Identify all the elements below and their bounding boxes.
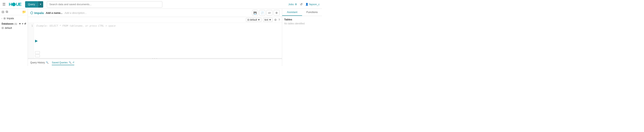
editor-header-actions: 💾 📄 🏷 ⚙ bbox=[252, 10, 280, 16]
sidebar-impala-nav[interactable]: ‹ ⊟ Impala bbox=[2, 16, 26, 20]
navbar: ☰ HUE Query ▼ Jobs ⚙ ↺ 👤 fayson_c bbox=[0, 0, 322, 9]
editor-placeholder: Example: SELECT * FROM tablename, or pre… bbox=[36, 24, 115, 27]
editor-body: 1 Example: SELECT * FROM tablename, or p… bbox=[28, 23, 282, 59]
jobs-icon: ⚙ bbox=[295, 3, 297, 6]
back-arrow-icon: ‹ bbox=[2, 17, 2, 20]
editor-header: ⬡ Impala Add a name... Add a description… bbox=[28, 9, 282, 17]
right-panel-content: Tables No tables identified. bbox=[282, 16, 322, 27]
sidebar-databases-title: Databases (1) ▼ + ↺ bbox=[2, 22, 26, 25]
saved-queries-refresh-icon[interactable]: ↺ bbox=[72, 61, 74, 64]
add-icon[interactable]: + bbox=[22, 22, 23, 25]
editor-side-actions bbox=[35, 51, 40, 57]
line-number-1: 1 bbox=[29, 24, 33, 27]
editor-settings-button[interactable]: ⚙ bbox=[274, 10, 280, 16]
bottom-tabs: Query History 🔍 Saved Queries 🔍 ↺ bbox=[28, 59, 282, 66]
nav-right: Jobs ⚙ ↺ 👤 fayson_c bbox=[288, 3, 320, 6]
save-button[interactable]: 💾 bbox=[252, 10, 258, 16]
tab-functions[interactable]: Functions bbox=[302, 9, 322, 16]
new-file-button[interactable]: 📄 bbox=[259, 10, 265, 16]
copy-icon[interactable]: ⧉ bbox=[6, 10, 8, 14]
type-selector-arrow: ▼ bbox=[269, 18, 271, 21]
tables-section-title: Tables bbox=[284, 18, 320, 21]
assistant-tab-label: Assistant bbox=[287, 11, 298, 14]
jobs-link[interactable]: Jobs ⚙ bbox=[288, 3, 297, 6]
tab-query-history[interactable]: Query History 🔍 bbox=[30, 61, 48, 65]
side-action-btn-1[interactable] bbox=[35, 51, 40, 54]
query-main-button[interactable]: Query bbox=[25, 1, 38, 8]
tag-button[interactable]: 🏷 bbox=[266, 10, 272, 16]
tab-assistant[interactable]: Assistant bbox=[282, 9, 302, 16]
user-icon: 👤 bbox=[305, 3, 308, 6]
type-selector[interactable]: text ▼ bbox=[263, 18, 272, 22]
editor-toolbar: ⊟ default ▼ text ▼ ⚙ ? bbox=[28, 17, 282, 23]
editor-area: ⬡ Impala Add a name... Add a description… bbox=[28, 9, 282, 66]
resize-dots: • • • bbox=[152, 57, 158, 59]
main-layout: ⊟ ⧉ 📁 ‹ ⊟ Impala Databases (1) ▼ + ↺ bbox=[0, 9, 322, 66]
sidebar-top: ⊟ ⧉ 📁 bbox=[0, 9, 28, 15]
editor-desc-placeholder[interactable]: Add a description... bbox=[64, 11, 86, 14]
run-button[interactable]: ▶ bbox=[35, 39, 38, 43]
sidebar-databases-section: Databases (1) ▼ + ↺ ⊟ default bbox=[0, 22, 28, 31]
no-tables-text: No tables identified. bbox=[284, 22, 320, 25]
db-selector-arrow: ▼ bbox=[258, 18, 260, 21]
hamburger-icon[interactable]: ☰ bbox=[2, 2, 6, 7]
side-action-btn-2[interactable] bbox=[35, 54, 40, 57]
db-small-icon: ⊟ bbox=[4, 17, 6, 20]
sidebar-nav: ‹ ⊟ Impala bbox=[0, 15, 28, 22]
toolbar-help-icon[interactable]: ? bbox=[278, 18, 280, 21]
query-history-label: Query History bbox=[30, 61, 45, 64]
db-icon: ⊟ bbox=[2, 26, 4, 29]
user-link[interactable]: 👤 fayson_c bbox=[305, 3, 320, 6]
sidebar-folder-icon[interactable]: 📁 bbox=[22, 10, 26, 14]
right-panel: Assistant Functions Tables No tables ide… bbox=[282, 9, 322, 66]
editor-name-placeholder[interactable]: Add a name... bbox=[46, 11, 63, 14]
editor-content[interactable]: Example: SELECT * FROM tablename, or pre… bbox=[34, 23, 282, 59]
toolbar-settings-icon[interactable]: ⚙ bbox=[274, 18, 277, 21]
functions-tab-label: Functions bbox=[306, 11, 318, 14]
query-history-search-icon: 🔍 bbox=[46, 61, 48, 64]
saved-queries-search-icon: 🔍 bbox=[69, 61, 72, 64]
saved-queries-label: Saved Queries bbox=[52, 61, 68, 64]
sidebar-impala-label: Impala bbox=[7, 17, 14, 20]
undo-icon[interactable]: ↺ bbox=[300, 3, 302, 6]
query-button-group[interactable]: Query ▼ bbox=[25, 1, 43, 8]
query-caret-button[interactable]: ▼ bbox=[38, 1, 43, 8]
right-panel-tabs: Assistant Functions bbox=[282, 9, 322, 16]
db-selector-label: default bbox=[250, 18, 257, 21]
impala-icon: ⬡ bbox=[30, 11, 33, 15]
stack-icon[interactable]: ⊟ bbox=[2, 10, 4, 14]
sidebar-section-actions: ▼ + ↺ bbox=[19, 22, 26, 25]
db-name: default bbox=[5, 27, 12, 29]
filter-icon[interactable]: ▼ bbox=[19, 22, 21, 25]
db-selector-icon: ⊟ bbox=[247, 18, 249, 21]
editor-impala-label: ⬡ Impala bbox=[30, 11, 44, 15]
line-numbers: 1 bbox=[28, 23, 34, 59]
tab-saved-queries[interactable]: Saved Queries 🔍 ↺ bbox=[52, 61, 74, 65]
database-selector[interactable]: ⊟ default ▼ bbox=[246, 18, 262, 22]
jobs-label: Jobs bbox=[288, 3, 294, 6]
sidebar: ⊟ ⧉ 📁 ‹ ⊟ Impala Databases (1) ▼ + ↺ bbox=[0, 9, 28, 66]
type-selector-label: text bbox=[264, 18, 268, 21]
logo[interactable]: HUE bbox=[9, 2, 21, 7]
sidebar-top-icons: ⊟ ⧉ bbox=[2, 10, 8, 14]
user-label: fayson_c bbox=[309, 3, 320, 6]
search-input[interactable] bbox=[47, 1, 162, 8]
impala-name: Impala bbox=[34, 11, 44, 15]
sidebar-default-db[interactable]: ⊟ default bbox=[2, 26, 26, 30]
resize-handle[interactable]: • • • bbox=[28, 58, 282, 59]
refresh-icon[interactable]: ↺ bbox=[24, 22, 26, 25]
